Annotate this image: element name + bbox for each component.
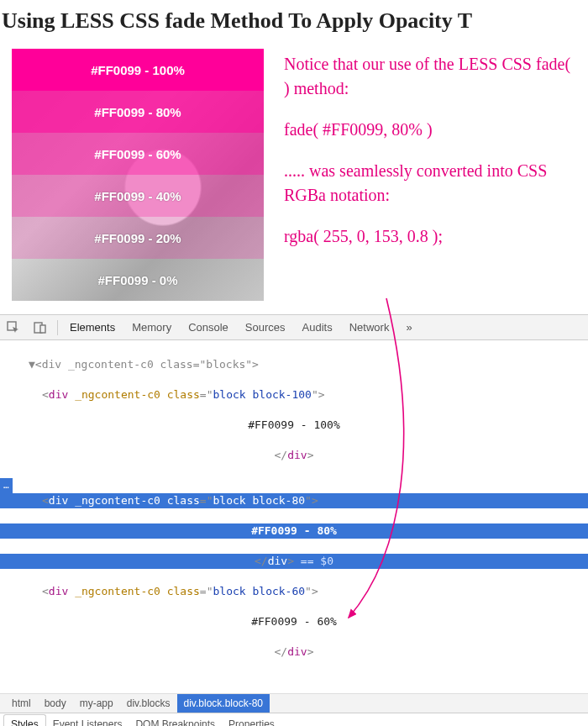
dom-node-block-60-open[interactable]: <div _ngcontent-c0 class="block block-60… (0, 584, 588, 599)
fade-row-label: #FF0099 - 0% (97, 273, 177, 287)
tab-memory[interactable]: Memory (123, 315, 180, 339)
breadcrumb: html body my-app div.blocks div.block.bl… (0, 693, 588, 713)
note-line-3: ..... was seamlessly converted into CSS … (284, 159, 576, 208)
tab-elements[interactable]: Elements (61, 315, 123, 339)
tabs-overflow-icon[interactable]: » (397, 321, 420, 334)
fade-row-label: #FF0099 - 100% (91, 63, 185, 77)
dom-selected-wrap: … <div _ngcontent-c0 class="block block-… (0, 478, 588, 569)
fade-row-label: #FF0099 - 20% (94, 231, 181, 245)
crumb-block-80[interactable]: div.block.block-80 (177, 694, 270, 713)
inspect-element-icon[interactable] (0, 315, 27, 339)
tab-console[interactable]: Console (180, 315, 237, 339)
dom-node-blocks[interactable]: ▼<div _ngcontent-c0 class="blocks"> (0, 357, 588, 372)
fade-row-label: #FF0099 - 40% (94, 189, 181, 203)
subtab-event-listeners[interactable]: Event Listeners (46, 713, 129, 726)
note-line-1: Notice that our use of the LESS CSS fade… (284, 52, 576, 101)
tab-network[interactable]: Network (341, 315, 398, 339)
dom-close-100[interactable]: </div> (0, 448, 588, 463)
devtools-tabbar: Elements Memory Console Sources Audits N… (0, 315, 588, 340)
svg-rect-2 (40, 325, 45, 333)
tabbar-separator (57, 320, 58, 335)
crumb-blocks[interactable]: div.blocks (120, 697, 177, 709)
dom-gutter-ellipsis: … (0, 478, 13, 493)
crumb-my-app[interactable]: my-app (73, 697, 120, 709)
subtab-properties[interactable]: Properties (222, 713, 281, 726)
fade-row-label: #FF0099 - 60% (94, 147, 181, 161)
dom-tree[interactable]: ▼<div _ngcontent-c0 class="blocks"> <div… (0, 340, 588, 693)
dom-close-80[interactable]: </div> == $0 (0, 554, 588, 569)
note-line-2: fade( #FF0099, 80% ) (284, 118, 576, 142)
dom-node-block-100-open[interactable]: <div _ngcontent-c0 class="block block-10… (0, 387, 588, 402)
devtools-panel: Elements Memory Console Sources Audits N… (0, 314, 588, 726)
fade-row-80: #FF0099 - 80% (12, 91, 264, 133)
dom-node-block-80-open[interactable]: <div _ngcontent-c0 class="block block-80… (0, 493, 588, 508)
fade-row-label: #FF0099 - 80% (94, 105, 181, 119)
subtab-dom-breakpoints[interactable]: DOM Breakpoints (129, 713, 222, 726)
dom-text-80[interactable]: #FF0099 - 80% (0, 523, 588, 539)
fade-row-20: #FF0099 - 20% (12, 217, 264, 259)
crumb-html[interactable]: html (5, 697, 38, 709)
fade-row-100: #FF0099 - 100% (12, 49, 264, 91)
annotation-notes: Notice that our use of the LESS CSS fade… (284, 49, 576, 301)
fade-row-40: #FF0099 - 40% (12, 175, 264, 217)
fade-demo: #FF0099 - 100% #FF0099 - 80% #FF0099 - 6… (12, 49, 264, 301)
page-title: Using LESS CSS fade Method To Apply Opac… (0, 0, 588, 44)
fade-row-60: #FF0099 - 60% (12, 133, 264, 175)
dom-text-100[interactable]: #FF0099 - 100% (0, 418, 588, 433)
subtab-styles[interactable]: Styles (3, 714, 46, 727)
tab-sources[interactable]: Sources (237, 315, 294, 339)
styles-subtabbar: Styles Event Listeners DOM Breakpoints P… (0, 713, 588, 726)
tab-audits[interactable]: Audits (294, 315, 341, 339)
fade-row-0: #FF0099 - 0% (12, 259, 264, 301)
dom-text-60[interactable]: #FF0099 - 60% (0, 614, 588, 629)
dom-close-60[interactable]: </div> (0, 644, 588, 660)
note-line-4: rgba( 255, 0, 153, 0.8 ); (284, 224, 576, 249)
crumb-body[interactable]: body (38, 697, 73, 709)
device-toolbar-icon[interactable] (27, 315, 54, 339)
upper-region: #FF0099 - 100% #FF0099 - 80% #FF0099 - 6… (0, 44, 588, 309)
